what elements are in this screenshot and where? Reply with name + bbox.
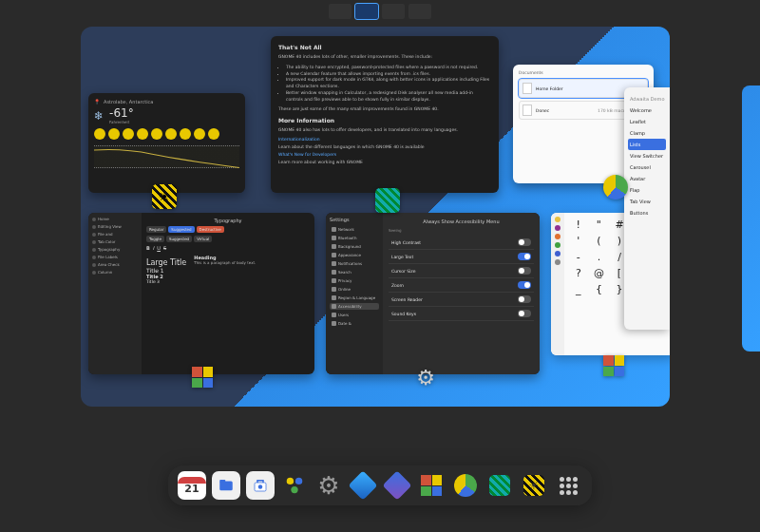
sidebar-item-notifications[interactable]: Notifications bbox=[330, 260, 379, 267]
sidebar-item[interactable]: File and bbox=[92, 232, 138, 237]
sidebar-item-background[interactable]: Background bbox=[330, 243, 379, 250]
workspace-thumb[interactable] bbox=[408, 4, 431, 19]
char-cell[interactable]: ' bbox=[568, 233, 589, 249]
settings-row[interactable]: Cursor Size bbox=[389, 264, 534, 278]
toggle-switch[interactable] bbox=[518, 267, 531, 275]
typography-window[interactable]: Home Editing View File and Tab Color Typ… bbox=[88, 213, 314, 374]
format-strike-icon[interactable]: S bbox=[163, 245, 166, 251]
category-dot[interactable] bbox=[555, 251, 560, 256]
char-cell[interactable]: ( bbox=[589, 233, 610, 249]
list-item-selected[interactable]: Lists bbox=[628, 139, 666, 150]
sidebar-item-online[interactable]: Online bbox=[330, 286, 379, 293]
sidebar-item[interactable]: Home bbox=[92, 217, 138, 221]
category-dot[interactable] bbox=[555, 234, 560, 239]
toggle-switch[interactable] bbox=[518, 281, 531, 289]
disk-usage-app-icon[interactable] bbox=[451, 471, 480, 500]
list-item[interactable]: Buttons bbox=[628, 207, 666, 218]
adwaita-demo-window[interactable]: Adwaita Demo Welcome Leaflet Clamp Lists… bbox=[624, 87, 670, 330]
settings-row[interactable]: Large Text bbox=[389, 250, 534, 264]
sidebar-item-privacy[interactable]: Privacy bbox=[330, 277, 379, 284]
workspace-thumb[interactable] bbox=[329, 4, 352, 19]
weather-app-icon[interactable]: ☀ bbox=[520, 471, 548, 500]
settings-app-icon[interactable]: ⚙ bbox=[314, 471, 343, 500]
sidebar-item-appearance[interactable]: Appearance bbox=[330, 252, 379, 258]
dash-dock[interactable]: 21 ⚙ ☀ bbox=[168, 466, 592, 505]
settings-window[interactable]: Settings Network Bluetooth Background Ap… bbox=[326, 213, 540, 374]
files-app-icon[interactable] bbox=[212, 471, 240, 500]
regular-button[interactable]: Regular bbox=[146, 226, 166, 233]
workspace-switcher[interactable] bbox=[329, 4, 431, 19]
software-app-icon[interactable] bbox=[246, 471, 275, 500]
list-item[interactable]: Welcome bbox=[628, 104, 666, 116]
list-item[interactable]: Avatar bbox=[628, 173, 666, 184]
sun-icon bbox=[123, 128, 134, 140]
sidebar-item-date[interactable]: Date & bbox=[330, 320, 379, 327]
widget-factory-app-icon[interactable] bbox=[417, 471, 446, 500]
list-item[interactable]: Tab View bbox=[628, 196, 666, 207]
section-heading: Seeing bbox=[389, 228, 534, 233]
settings-row[interactable]: Screen Reader bbox=[389, 293, 534, 307]
char-cell[interactable]: _ bbox=[568, 281, 589, 297]
calendar-app-icon[interactable]: 21 bbox=[178, 471, 206, 500]
sidebar-item-search[interactable]: Search bbox=[330, 269, 379, 276]
folder-icon bbox=[522, 83, 532, 94]
char-cell[interactable]: @ bbox=[589, 265, 610, 281]
settings-row[interactable]: High Contrast bbox=[389, 236, 534, 250]
list-item[interactable]: Carousel bbox=[628, 162, 666, 173]
settings-row[interactable]: Sound Keys bbox=[389, 307, 534, 321]
workspace-thumb[interactable] bbox=[382, 4, 405, 19]
files-title: Documents bbox=[519, 70, 648, 75]
sidebar-item[interactable]: File Labels bbox=[92, 255, 138, 259]
destructive-button[interactable]: Destructive bbox=[197, 226, 224, 233]
sidebar-item-accessibility[interactable]: Accessibility bbox=[330, 303, 379, 310]
sidebar-item[interactable]: Column bbox=[92, 270, 138, 275]
toggle-switch[interactable] bbox=[518, 310, 531, 317]
char-cell[interactable]: { bbox=[589, 281, 610, 297]
tweaks-app-icon[interactable] bbox=[280, 471, 309, 500]
settings-row[interactable]: Zoom bbox=[389, 278, 534, 293]
char-cell[interactable]: " bbox=[589, 217, 610, 233]
characters-app-icon bbox=[601, 353, 626, 378]
segment-toggle[interactable]: Virtual bbox=[194, 236, 212, 242]
category-dot[interactable] bbox=[555, 259, 560, 265]
toggle-switch[interactable] bbox=[518, 295, 531, 303]
sidebar-item-users[interactable]: Users bbox=[330, 312, 379, 318]
list-item[interactable]: Flap bbox=[628, 184, 666, 196]
sidebar-item-bluetooth[interactable]: Bluetooth bbox=[330, 235, 379, 241]
sidebar-item[interactable]: Tab Color bbox=[92, 239, 138, 244]
toggle-switch[interactable] bbox=[518, 238, 531, 246]
char-cell[interactable]: ? bbox=[568, 265, 589, 281]
extensions-app-icon[interactable] bbox=[383, 471, 411, 500]
text-editor-window[interactable]: That's Not All GNOME 40 includes lots of… bbox=[271, 36, 499, 193]
next-workspace-peek[interactable] bbox=[742, 86, 760, 352]
sidebar-item-network[interactable]: Network bbox=[330, 226, 379, 233]
list-item[interactable]: Leaflet bbox=[628, 116, 666, 127]
toggle-switch[interactable] bbox=[518, 253, 531, 260]
format-bold-icon[interactable]: B bbox=[146, 245, 150, 251]
format-italic-icon[interactable]: I bbox=[153, 245, 154, 251]
builder-app-icon[interactable] bbox=[485, 471, 514, 500]
suggested-button[interactable]: Suggested bbox=[168, 226, 194, 233]
sidebar-item[interactable]: Area Check bbox=[92, 262, 138, 267]
sidebar-item-region[interactable]: Region & Language bbox=[330, 294, 379, 301]
list-item[interactable]: Clamp bbox=[628, 127, 666, 139]
sidebar-item[interactable]: Editing View bbox=[92, 224, 138, 229]
tweaks2-app-icon[interactable] bbox=[349, 471, 377, 500]
segment-toggle[interactable]: Toggle bbox=[146, 236, 164, 242]
notes-link[interactable]: Internationalization bbox=[278, 137, 491, 142]
char-cell[interactable]: ! bbox=[568, 217, 589, 233]
char-cell[interactable]: - bbox=[568, 249, 589, 265]
notes-link[interactable]: What's New for Developers bbox=[278, 152, 491, 157]
segment-toggle[interactable]: Suggested bbox=[166, 236, 192, 242]
category-dot[interactable] bbox=[555, 242, 560, 248]
weather-window[interactable]: 📍 Astrolabe, Antarctica ❄ -61° Fahrenhei… bbox=[88, 93, 245, 193]
workspace-thumb-active[interactable] bbox=[355, 4, 378, 19]
category-dot[interactable] bbox=[555, 217, 560, 222]
sun-icon bbox=[165, 128, 177, 140]
sidebar-item[interactable]: Typography bbox=[92, 247, 138, 252]
show-apps-button[interactable] bbox=[554, 471, 582, 500]
list-item[interactable]: View Switcher bbox=[628, 150, 666, 162]
char-cell[interactable]: . bbox=[589, 249, 610, 265]
format-underline-icon[interactable]: U bbox=[157, 245, 161, 251]
category-dot[interactable] bbox=[555, 225, 560, 231]
